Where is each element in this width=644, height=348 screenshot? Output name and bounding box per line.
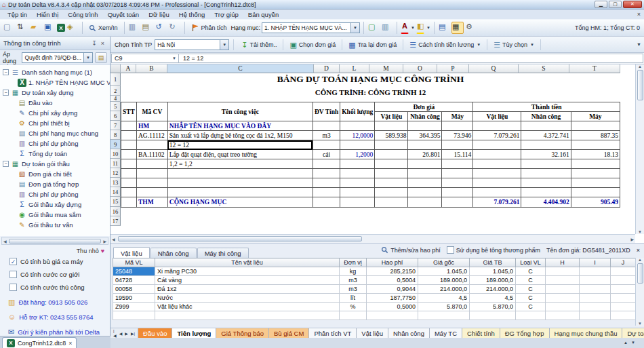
cell-T10[interactable]: 18.13	[571, 150, 620, 159]
cell-O13[interactable]	[408, 178, 442, 188]
material-cell[interactable]: Nước	[155, 294, 340, 303]
tree-item[interactable]: ΣGói thầu xây dựng	[3, 199, 110, 210]
material-cell[interactable]: 214.000,0	[470, 285, 516, 294]
currency-icon[interactable]: ◈	[66, 22, 79, 34]
tree-expander-icon[interactable]: −	[3, 90, 9, 96]
menu-item[interactable]: Quyết toán	[103, 11, 144, 18]
column-header-O[interactable]: O	[403, 64, 437, 73]
row-header-10[interactable]: 10	[110, 149, 121, 159]
tree-expander-icon[interactable]: −	[3, 69, 9, 75]
cell-T15[interactable]: 905.49	[571, 197, 620, 208]
scroll-up-icon[interactable]: ▲	[637, 64, 643, 69]
cell-B7[interactable]: HM	[136, 121, 167, 131]
cell-B9[interactable]	[136, 140, 167, 150]
material-cell[interactable]: C	[516, 303, 546, 311]
cell-M10[interactable]	[375, 150, 408, 159]
material-cell[interactable]	[546, 311, 580, 320]
cell-Q9[interactable]	[473, 140, 521, 150]
cell-B11[interactable]	[136, 159, 167, 169]
cell-S13[interactable]	[521, 178, 571, 188]
fill-color-icon[interactable]: ◧	[416, 22, 424, 34]
cell-B14[interactable]	[136, 188, 167, 197]
column-header-C[interactable]: C	[167, 64, 314, 73]
maximize-button[interactable]: ▢	[609, 1, 622, 8]
material-cell[interactable]: 189.000,0	[470, 276, 516, 285]
cell-C8[interactable]: Sản xuất và lắp dựng bê tông cọc đá 1x2,…	[167, 131, 313, 140]
material-cell[interactable]	[580, 285, 611, 294]
cell-P9[interactable]	[442, 140, 473, 150]
sheet-tab[interactable]: Nhân công	[388, 328, 430, 338]
cell-D15[interactable]	[313, 197, 340, 208]
cell-Q13[interactable]	[473, 178, 521, 188]
cell-C12[interactable]	[167, 169, 313, 178]
material-cell[interactable]: m3	[340, 285, 367, 294]
cost-tab[interactable]: Nhân công	[150, 248, 197, 258]
document-close-icon[interactable]: ×	[637, 11, 641, 18]
collapse-label[interactable]: Thu nhỏ	[77, 248, 99, 254]
toolbar-button-salary[interactable]: ☰Cách tính tiền lương▼	[406, 39, 484, 51]
material-cell[interactable]: 1.045,0	[418, 267, 470, 276]
contact-link[interactable]: ✉Gửi ý kiến phản hồi tới Delta	[8, 328, 110, 336]
cell-M11[interactable]	[375, 159, 408, 169]
font-color-icon[interactable]: A	[401, 22, 409, 34]
cell-O12[interactable]	[408, 169, 442, 178]
material-cell[interactable]: 00058	[113, 285, 155, 294]
material-column-header[interactable]: I	[580, 258, 611, 267]
cell-S10[interactable]: 32.161	[521, 150, 571, 159]
material-cell[interactable]	[580, 303, 611, 311]
cell-A10[interactable]	[121, 150, 137, 159]
cell-A8[interactable]	[121, 131, 137, 140]
cell-M12[interactable]	[375, 169, 408, 178]
material-cell[interactable]	[611, 285, 636, 294]
paste-icon[interactable]: ▤	[142, 22, 154, 34]
material-cell[interactable]: 1.045,0	[470, 267, 516, 276]
tree-item[interactable]: −▦Dự toán xây dựng	[3, 88, 110, 98]
cell-T11[interactable]	[571, 159, 620, 169]
minimize-button[interactable]: ▁	[595, 1, 607, 8]
column-header-T[interactable]: T	[569, 64, 620, 73]
cell-S15[interactable]: 4.404.902	[521, 197, 571, 208]
menu-item[interactable]: Bản quyền	[243, 11, 283, 18]
checkbox-icon[interactable]	[9, 284, 17, 291]
cell-A13[interactable]	[121, 178, 137, 188]
option-checkbox[interactable]: ✓Có tính bù giá ca máy	[9, 258, 110, 265]
cell-P14[interactable]	[442, 188, 473, 197]
cell-B15[interactable]: THM	[136, 197, 167, 208]
material-cell[interactable]	[580, 267, 611, 276]
sheet-tab[interactable]: Bù giá CM	[269, 328, 309, 338]
material-cell[interactable]: Vật liệu khác	[155, 303, 340, 311]
hang-muc-combobox[interactable]: 1. NHẬP TÊN HẠNG MỤC VÀ...▼	[262, 22, 360, 33]
tree-item[interactable]: −☰Danh sách hạng mục (1)	[3, 67, 110, 77]
tree-item[interactable]: ◉Gói thầu mua sắm	[3, 210, 110, 220]
cell-L8[interactable]: 12,0000	[340, 131, 375, 140]
material-cell[interactable]: 25048	[113, 267, 155, 276]
cell-C14[interactable]	[167, 188, 313, 197]
material-cell[interactable]: 214.000,0	[418, 285, 470, 294]
row-header-4[interactable]: 4	[110, 96, 121, 102]
row-header-17[interactable]: 17	[110, 216, 121, 226]
cell-C11[interactable]: 1,2 = 1,2	[167, 159, 313, 169]
row-header-16[interactable]: 16	[110, 207, 121, 216]
material-cell[interactable]	[113, 311, 155, 320]
scrollbar-thumb[interactable]	[118, 236, 362, 241]
material-cell[interactable]	[367, 311, 418, 320]
row-header-9[interactable]: 9	[110, 140, 121, 149]
checkbox-icon[interactable]	[9, 271, 17, 278]
sheet-tab[interactable]: Phân tích VT	[309, 328, 357, 338]
material-column-header[interactable]: Đơn vị	[340, 258, 367, 267]
last-sheet-icon[interactable]: ▶|	[130, 331, 136, 336]
menu-item[interactable]: Hệ thống	[174, 11, 210, 18]
cell-L7[interactable]	[340, 121, 375, 131]
material-cell[interactable]	[546, 294, 580, 303]
sheet-tab[interactable]: Vật liệu	[357, 328, 388, 338]
cell-Q11[interactable]	[473, 159, 521, 169]
material-cell[interactable]	[611, 311, 636, 320]
material-cell[interactable]: 285,2150	[367, 267, 418, 276]
formula-input[interactable]: 12 = 12	[179, 54, 643, 63]
scroll-right-icon[interactable]: ▶	[629, 237, 635, 241]
cell-B8[interactable]: AG.11112	[136, 131, 167, 140]
toolbar-button-download[interactable]: ↧Tải thêm..	[238, 39, 280, 51]
sheet-tab[interactable]: Tiên lượng	[172, 328, 216, 338]
cell-B10[interactable]: BA.11102	[136, 150, 167, 159]
scroll-right-icon[interactable]: ▶	[102, 239, 108, 244]
